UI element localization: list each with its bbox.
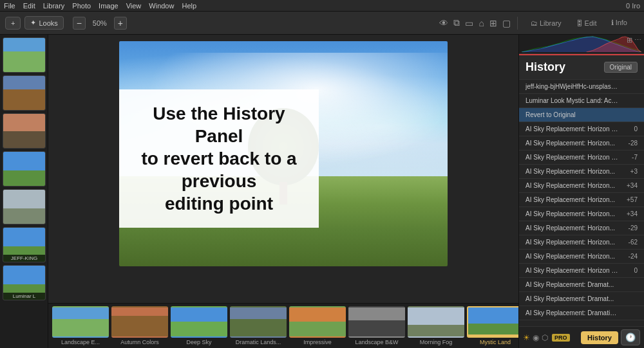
look-thumb-bw <box>348 306 405 338</box>
history-item-9[interactable]: AI Sky Replacement: Horizon... +34 <box>519 207 644 221</box>
zoom-decrease-button[interactable]: − <box>73 17 86 30</box>
look-thumb-deep-sky <box>171 306 227 338</box>
history-item-12[interactable]: AI Sky Replacement: Horizon... -24 <box>519 250 644 264</box>
look-label-impressive: Impressive <box>289 339 346 345</box>
filmstrip-thumb-1[interactable] <box>3 37 46 73</box>
look-label-landscape-e: Landscape E... <box>52 339 109 345</box>
look-landscape-e[interactable]: Landscape E... <box>52 306 109 345</box>
menu-edit[interactable]: Edit <box>23 2 35 10</box>
look-thumb-autumn <box>111 306 168 338</box>
main-image: Use the History Panelto revert back to a… <box>119 41 448 266</box>
add-button[interactable]: + <box>5 17 21 30</box>
histogram-menu-icon[interactable]: ⋯ <box>634 36 641 44</box>
info-icon: ℹ <box>611 19 614 26</box>
canvas-area: Use the History Panelto revert back to a… <box>48 35 518 303</box>
history-item-name-14: AI Sky Replacement: Dramat... <box>526 281 620 288</box>
sun-tool-icon[interactable]: ☀ <box>523 333 530 342</box>
history-item-name-9: AI Sky Replacement: Horizon... <box>526 210 620 217</box>
left-filmstrip[interactable]: JEFF-KING Luminar L <box>0 35 48 348</box>
history-item-10[interactable]: AI Sky Replacement: Horizon... -29 <box>519 221 644 235</box>
look-label-fog: Morning Fog <box>408 339 464 345</box>
history-item-3[interactable]: AI Sky Replacement: Horizon P... 0 <box>519 122 644 136</box>
look-morning-fog[interactable]: Morning Fog <box>408 306 464 345</box>
menu-image[interactable]: Image <box>99 2 118 10</box>
look-deep-sky[interactable]: Deep Sky <box>171 306 227 345</box>
filmstrip-thumb-2[interactable] <box>3 75 46 111</box>
history-item-val-5: -7 <box>622 154 638 161</box>
histogram: ⊞ ⋯ <box>519 35 644 54</box>
history-item-0[interactable]: jeff-king-bjHWjeiHfHc-unsplash.j... <box>519 80 644 94</box>
frame-icon[interactable]: ▭ <box>465 18 473 28</box>
circle-tool-icon[interactable]: ◉ <box>533 333 539 342</box>
history-item-5[interactable]: AI Sky Replacement: Horizon P... -7 <box>519 151 644 165</box>
zoom-increase-button[interactable]: + <box>114 17 127 30</box>
history-tab-button[interactable]: History <box>581 331 618 344</box>
history-item-7[interactable]: AI Sky Replacement: Horizon... +34 <box>519 179 644 193</box>
look-thumb-mystic <box>467 306 518 338</box>
menu-library[interactable]: Library <box>43 2 65 10</box>
bottom-looks-strip: Landscape E... Autumn Colors Deep Sky Dr… <box>48 303 518 348</box>
history-item-name-10: AI Sky Replacement: Horizon... <box>526 224 620 232</box>
hex-tool-icon[interactable]: ⬡ <box>542 333 548 342</box>
tab-info[interactable]: ℹ Info <box>605 17 634 29</box>
original-button[interactable]: Original <box>604 62 638 73</box>
history-item-name-11: AI Sky Replacement: Horizon... <box>526 239 620 246</box>
menu-window[interactable]: Window <box>149 2 174 10</box>
filmstrip-thumb-3[interactable] <box>3 113 46 149</box>
look-autumn[interactable]: Autumn Colors <box>111 306 168 345</box>
look-impressive[interactable]: Impressive <box>289 306 346 345</box>
filmstrip-thumb-5[interactable] <box>3 189 46 224</box>
filmstrip-thumb-luminar[interactable]: Luminar L <box>3 265 46 300</box>
menu-view[interactable]: View <box>126 2 142 10</box>
looks-label: Looks <box>39 19 57 27</box>
grid-icon[interactable]: ⊞ <box>489 18 497 28</box>
look-thumb-landscape-e <box>52 306 109 338</box>
square-icon[interactable]: ▢ <box>502 18 511 28</box>
history-item-13[interactable]: AI Sky Replacement: Horizon Bl... 0 <box>519 264 644 278</box>
history-item-6[interactable]: AI Sky Replacement: Horizon... +3 <box>519 165 644 179</box>
history-item-val-4: -28 <box>622 140 638 147</box>
history-item-name-3: AI Sky Replacement: Horizon P... <box>526 125 620 133</box>
history-item-revert[interactable]: Revert to Original <box>519 108 644 122</box>
history-item-8[interactable]: AI Sky Replacement: Horizon... +57 <box>519 193 644 207</box>
filmstrip-thumb-4[interactable] <box>3 151 46 187</box>
menu-file[interactable]: File <box>4 2 15 10</box>
tab-library[interactable]: 🗂 Library <box>524 17 568 29</box>
history-item-1[interactable]: Luminar Look Mystic Land: Activ... <box>519 94 644 108</box>
history-item-15[interactable]: AI Sky Replacement: Dramat... <box>519 292 644 306</box>
toolbar-icons: 👁 ⧉ ▭ ⌂ ⊞ ▢ <box>439 17 510 28</box>
history-list[interactable]: jeff-king-bjHWjeiHfHc-unsplash.j... Lumi… <box>519 80 644 326</box>
look-dramatic-lands[interactable]: Dramatic Lands... <box>230 306 287 345</box>
library-icon: 🗂 <box>531 19 538 27</box>
pro-badge: PRO <box>552 334 570 342</box>
clock-button[interactable]: 🕐 <box>621 329 640 345</box>
menu-photo[interactable]: Photo <box>72 2 91 10</box>
top-tabs: 🗂 Library 🎛 Edit ℹ Info <box>524 17 634 29</box>
menu-help[interactable]: Help <box>182 2 196 10</box>
history-item-name-13: AI Sky Replacement: Horizon Bl... <box>526 267 620 274</box>
histogram-expand-icon[interactable]: ⊞ <box>627 36 632 44</box>
zoom-value: 50% <box>88 19 111 27</box>
history-item-name-0: jeff-king-bjHWjeiHfHc-unsplash.j... <box>526 83 620 90</box>
history-item-name-4: AI Sky Replacement: Horizon... <box>526 140 620 147</box>
history-item-name-16: AI Sky Replacement: Dramatic S... <box>526 309 620 316</box>
layers-icon[interactable]: ⧉ <box>453 17 460 28</box>
tab-edit[interactable]: 🎛 Edit <box>569 17 603 29</box>
history-item-val-12: -24 <box>622 253 638 260</box>
edit-icon: 🎛 <box>576 19 583 27</box>
home-icon[interactable]: ⌂ <box>478 18 484 28</box>
history-item-name-7: AI Sky Replacement: Horizon... <box>526 182 620 189</box>
look-bw[interactable]: Landscape B&W <box>348 306 405 345</box>
look-mystic-land[interactable]: Mystic Land <box>467 306 518 345</box>
history-item-name-1: Luminar Look Mystic Land: Activ... <box>526 97 620 104</box>
history-item-16[interactable]: AI Sky Replacement: Dramatic S... <box>519 306 644 320</box>
look-label-dramatic: Dramatic Lands... <box>230 339 287 345</box>
history-item-14[interactable]: AI Sky Replacement: Dramat... <box>519 278 644 292</box>
eye-icon[interactable]: 👁 <box>439 18 448 28</box>
looks-button[interactable]: ✦ Looks <box>24 16 63 30</box>
main-layout: JEFF-KING Luminar L <box>0 35 644 348</box>
history-item-val-3: 0 <box>622 125 638 133</box>
history-item-4[interactable]: AI Sky Replacement: Horizon... -28 <box>519 136 644 151</box>
history-item-11[interactable]: AI Sky Replacement: Horizon... -62 <box>519 235 644 250</box>
filmstrip-thumb-jeff[interactable]: JEFF-KING <box>3 227 46 262</box>
